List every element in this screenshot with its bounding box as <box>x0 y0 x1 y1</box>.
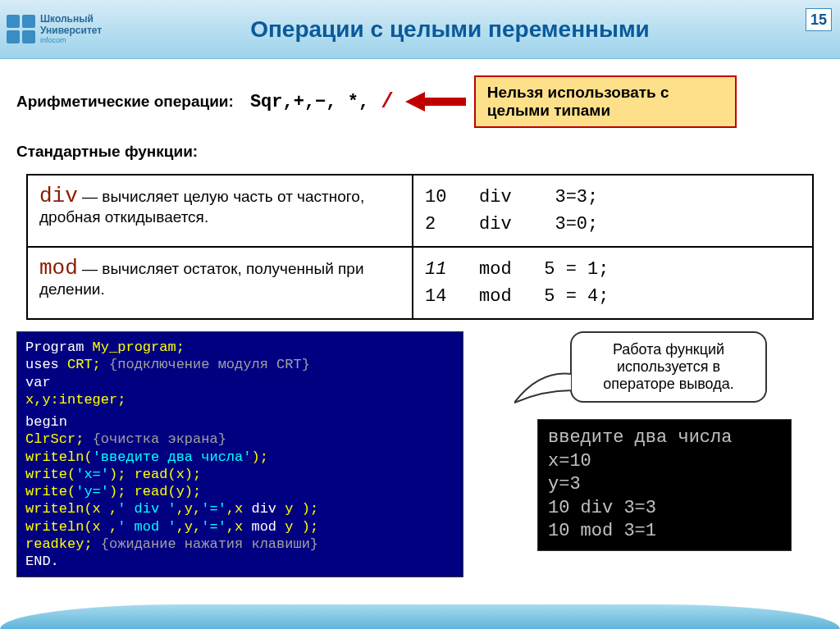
logo: Школьный Университет infocom <box>7 5 126 54</box>
std-func-label: Стандартные функции: <box>16 143 824 161</box>
func-name: mod <box>39 256 78 280</box>
arith-ops: Sqr,+,−, *, <box>250 92 369 112</box>
logo-sub: infocom <box>40 36 102 44</box>
console-output: введите два числа x=10 y=3 10 div 3=3 10… <box>537 419 792 551</box>
table-row: div — вычисляет целую часть от частного,… <box>27 175 813 247</box>
func-example: 10 div 3=3; 2 div 3=0; <box>425 184 801 238</box>
page-number: 15 <box>806 8 832 31</box>
right-column: Работа функций используется в операторе … <box>472 331 816 551</box>
func-name: div <box>39 184 78 208</box>
func-desc: — вычисляет остаток, полученный при деле… <box>39 260 364 298</box>
speech-text: Работа функций используется в операторе … <box>603 341 733 392</box>
footer-decoration <box>0 604 840 629</box>
table-row: mod — вычисляет остаток, полученный при … <box>27 247 813 319</box>
header: Школьный Университет infocom Операции с … <box>0 0 840 59</box>
arith-line: Арифметические операции: Sqr,+,−, *, / Н… <box>16 75 824 128</box>
arrow-left-icon <box>405 92 466 112</box>
callout-box: Нельзя использовать с целыми типами <box>474 75 737 128</box>
arith-slash: / <box>381 89 394 114</box>
func-desc: — вычисляет целую часть от частного, дро… <box>39 188 364 226</box>
slide-title: Операции с целыми переменными <box>126 16 840 43</box>
content: Арифметические операции: Sqr,+,−, *, / Н… <box>0 59 840 320</box>
speech-tail-icon <box>514 366 572 407</box>
logo-text-2: Университет <box>40 25 102 36</box>
code-block: Program My_program; uses CRT; {подключен… <box>16 331 463 577</box>
func-example: 11 mod 5 = 1; 14 mod 5 = 4; <box>425 256 801 310</box>
functions-table: div — вычисляет целую часть от частного,… <box>26 174 814 320</box>
arith-label: Арифметические операции: <box>16 93 234 111</box>
speech-bubble: Работа функций используется в операторе … <box>570 331 767 403</box>
logo-text-1: Школьный <box>40 14 102 25</box>
logo-icon <box>7 15 35 43</box>
lower-area: Program My_program; uses CRT; {подключен… <box>0 331 840 577</box>
